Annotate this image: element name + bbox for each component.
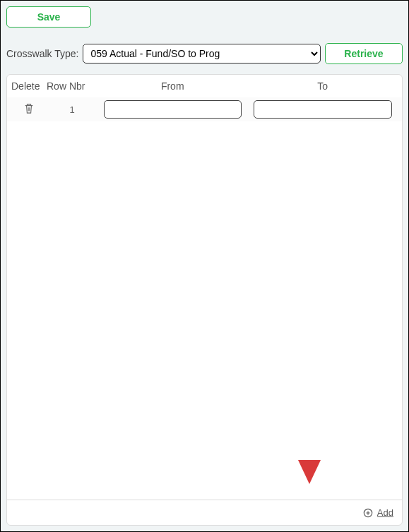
row-number: 1 xyxy=(47,104,97,115)
trash-icon xyxy=(24,103,34,114)
crosswalk-type-select[interactable]: 059 Actual - Fund/SO to Prog xyxy=(83,44,321,64)
delete-row-button[interactable] xyxy=(24,103,34,116)
crosswalk-table: Delete Row Nbr From To 1 xyxy=(6,74,403,526)
to-input[interactable] xyxy=(254,100,392,119)
header-to: To xyxy=(248,80,398,92)
table-row: 1 xyxy=(7,97,402,121)
table-header: Delete Row Nbr From To xyxy=(7,75,402,97)
header-delete: Delete xyxy=(11,80,47,92)
save-button[interactable]: Save xyxy=(6,6,91,28)
from-input[interactable] xyxy=(104,100,242,119)
add-label: Add xyxy=(377,507,393,518)
add-row-button[interactable]: Add xyxy=(363,507,393,518)
plus-circle-icon xyxy=(363,508,373,518)
header-row-nbr: Row Nbr xyxy=(47,80,97,92)
header-from: From xyxy=(97,80,248,92)
retrieve-button[interactable]: Retrieve xyxy=(325,43,403,64)
crosswalk-type-label: Crosswalk Type: xyxy=(6,48,78,59)
